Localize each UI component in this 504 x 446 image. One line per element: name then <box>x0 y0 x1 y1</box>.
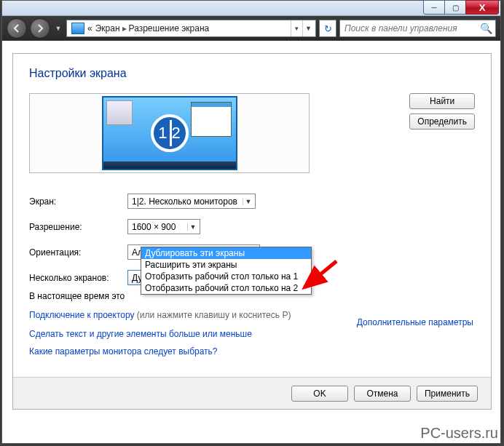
resolution-combo[interactable]: 1600 × 900 ▼ <box>127 219 200 234</box>
breadcrumb-separator-icon: ▸ <box>122 23 127 33</box>
titlebar[interactable]: ─ ▢ X <box>2 1 500 16</box>
ok-button[interactable]: OK <box>291 386 348 402</box>
arrow-right-icon <box>35 23 45 33</box>
history-dropdown[interactable]: ▼ <box>53 18 63 39</box>
dropdown-option[interactable]: Расширить эти экраны <box>141 259 311 271</box>
refresh-button[interactable]: ↻ <box>319 20 336 37</box>
multiple-displays-dropdown[interactable]: Дублировать эти экраны Расширить эти экр… <box>141 247 312 295</box>
find-button[interactable]: Найти <box>409 93 475 109</box>
resolution-row: Разрешение: 1600 × 900 ▼ <box>29 219 475 234</box>
search-icon[interactable]: 🔍 <box>480 23 492 34</box>
breadcrumb-item[interactable]: Экран <box>95 23 120 33</box>
chevron-down-icon: ▼ <box>243 198 253 205</box>
window-thumbnail-icon <box>191 102 232 137</box>
identify-button[interactable]: Определить <box>409 114 475 130</box>
projector-hint: (или нажмите клавишу и коснитесь P) <box>137 310 291 320</box>
apply-button[interactable]: Применить <box>417 386 478 402</box>
maximize-button[interactable]: ▢ <box>444 0 466 15</box>
minimize-button[interactable]: ─ <box>423 0 445 15</box>
preview-side-buttons: Найти Определить <box>409 93 475 130</box>
back-button[interactable] <box>7 18 27 39</box>
dropdown-option[interactable]: Отобразить рабочий стол только на 1 <box>141 271 311 282</box>
refresh-icon: ↻ <box>324 23 332 34</box>
screen-combo[interactable]: 1|2. Несколько мониторов ▼ <box>127 194 256 209</box>
orientation-label: Ориентация: <box>29 247 127 258</box>
monitor-thumbnail-icon <box>106 100 133 125</box>
breadcrumb-dropdown[interactable]: ▾ <box>291 20 302 36</box>
navigation-bar: ▼ « Экран ▸ Разрешение экрана ▾ ▼ ↻ 🔍 <box>2 16 500 41</box>
search-input[interactable] <box>343 23 480 34</box>
forward-button[interactable] <box>30 18 50 39</box>
content-panel: Настройки экрана 1 2 Найти Определить <box>12 53 492 410</box>
cancel-button[interactable]: Отмена <box>354 386 411 402</box>
resolution-value: 1600 × 900 <box>132 222 176 232</box>
dropdown-option[interactable]: Дублировать эти экраны <box>141 247 311 259</box>
monitor-preview[interactable]: 1 2 <box>29 93 310 173</box>
screen-value: 1|2. Несколько мониторов <box>132 196 237 207</box>
window-controls: ─ ▢ X <box>424 0 499 15</box>
screen-label: Экран: <box>29 196 127 207</box>
resolution-label: Разрешение: <box>29 222 127 232</box>
monitor-number-2: 2 <box>172 124 181 143</box>
breadcrumb-chevrons: « <box>87 23 92 33</box>
address-bar[interactable]: « Экран ▸ Разрешение экрана ▾ ▼ <box>66 20 316 37</box>
search-box[interactable]: 🔍 <box>339 20 496 37</box>
monitor-number-badge: 1 2 <box>151 114 189 152</box>
screen-row: Экран: 1|2. Несколько мониторов ▼ <box>29 194 475 209</box>
advanced-settings-link[interactable]: Дополнительные параметры <box>357 317 473 327</box>
dropdown-option[interactable]: Отобразить рабочий стол только на 2 <box>141 282 311 294</box>
preview-row: 1 2 Найти Определить <box>29 93 475 173</box>
resize-text-link[interactable]: Сделать текст и другие элементы больше и… <box>29 329 475 339</box>
monitor-number-1: 1 <box>158 124 167 143</box>
arrow-left-icon <box>12 23 22 33</box>
page-title: Настройки экрана <box>29 67 475 80</box>
display-icon <box>71 23 84 34</box>
multiple-displays-label: Несколько экранов: <box>29 273 127 283</box>
breadcrumb-item[interactable]: Разрешение экрана <box>129 23 210 33</box>
projector-link[interactable]: Подключение к проектору <box>29 310 135 320</box>
address-dropdown[interactable]: ▼ <box>302 20 314 36</box>
monitor-params-link[interactable]: Какие параметры монитора следует выбрать… <box>29 346 475 357</box>
taskbar-graphic <box>103 162 236 169</box>
dialog-footer: OK Отмена Применить <box>13 377 491 409</box>
monitor-graphic[interactable]: 1 2 <box>102 96 237 170</box>
watermark: PC-users.ru <box>420 425 498 442</box>
chevron-down-icon: ▼ <box>187 223 198 231</box>
close-button[interactable]: X <box>465 0 499 15</box>
control-panel-window: ─ ▢ X ▼ « Экран ▸ Разрешение экрана ▾ ▼ … <box>1 0 501 444</box>
